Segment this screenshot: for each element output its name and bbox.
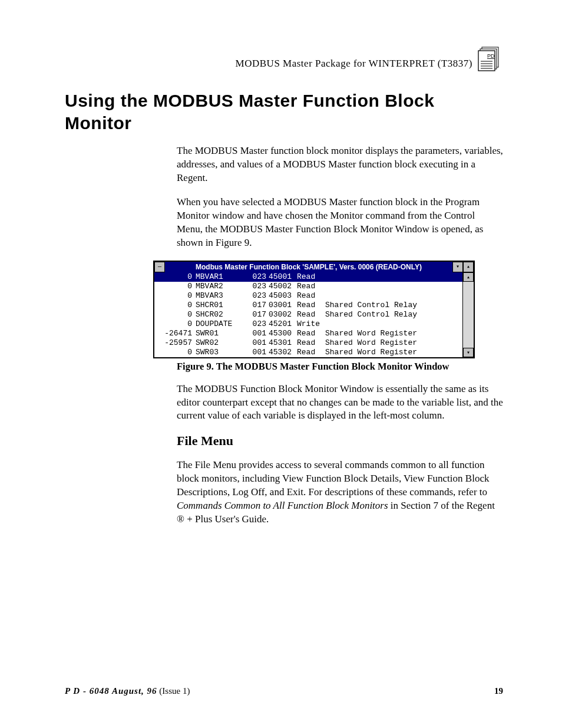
system-menu-icon[interactable]: — xyxy=(154,262,165,272)
table-row[interactable]: 0 SHCR01 017 03001 Read Shared Control R… xyxy=(154,301,462,310)
paragraph-3: The MODBUS Function Block Monitor Window… xyxy=(177,383,503,423)
scroll-down-button[interactable]: ▾ xyxy=(463,348,474,357)
page-header: MODBUS Master Package for WINTERPRET (T3… xyxy=(65,46,503,72)
variable-list: 0 MBVAR1 023 45001 Read 0 MBVAR2 023 450… xyxy=(154,272,462,357)
table-row[interactable]: 0 MBVAR1 023 45001 Read xyxy=(154,272,462,282)
pd-doc-icon: PD xyxy=(477,46,503,72)
svg-text:PD: PD xyxy=(487,53,495,59)
scroll-track[interactable] xyxy=(463,282,474,348)
page-number: 19 xyxy=(494,686,503,696)
monitor-window: — Modbus Master Function Block 'SAMPLE',… xyxy=(153,261,475,358)
figure-caption: Figure 9. The MODBUS Master Function Blo… xyxy=(177,361,503,373)
vertical-scrollbar[interactable]: ▴ ▾ xyxy=(462,272,474,357)
paragraph-2: When you have selected a MODBUS Master f… xyxy=(177,196,503,250)
table-row[interactable]: 0 MBVAR2 023 45002 Read xyxy=(154,282,462,291)
maximize-button[interactable]: ▴ xyxy=(463,262,474,272)
figure-9: — Modbus Master Function Block 'SAMPLE',… xyxy=(153,261,503,358)
table-row[interactable]: 0 MBVAR3 023 45003 Read xyxy=(154,291,462,301)
window-titlebar: — Modbus Master Function Block 'SAMPLE',… xyxy=(154,262,474,272)
table-row[interactable]: 0 DOUPDATE 023 45201 Write xyxy=(154,319,462,329)
table-row[interactable]: -25957 SWR02 001 45301 Read Shared Word … xyxy=(154,338,462,348)
minimize-button[interactable]: ▾ xyxy=(452,262,463,272)
header-text: MODBUS Master Package for WINTERPRET (T3… xyxy=(236,58,472,70)
window-title: Modbus Master Function Block 'SAMPLE', V… xyxy=(165,262,452,272)
page-footer: P D - 6048 August, 96 (Issue 1) 19 xyxy=(65,686,503,696)
scroll-up-button[interactable]: ▴ xyxy=(463,272,474,282)
page-title: Using the MODBUS Master Function Block M… xyxy=(65,90,503,134)
table-row[interactable]: 0 SHCR02 017 03002 Read Shared Control R… xyxy=(154,310,462,319)
paragraph-4: The File Menu provides access to several… xyxy=(177,459,503,526)
footer-docid: P D - 6048 August, 96 xyxy=(65,686,157,696)
subheading-file-menu: File Menu xyxy=(177,433,503,449)
footer-issue: (Issue 1) xyxy=(159,686,190,696)
paragraph-1: The MODBUS Master function block monitor… xyxy=(177,144,503,185)
table-row[interactable]: -26471 SWR01 001 45300 Read Shared Word … xyxy=(154,329,462,338)
table-row[interactable]: 0 SWR03 001 45302 Read Shared Word Regis… xyxy=(154,348,462,357)
